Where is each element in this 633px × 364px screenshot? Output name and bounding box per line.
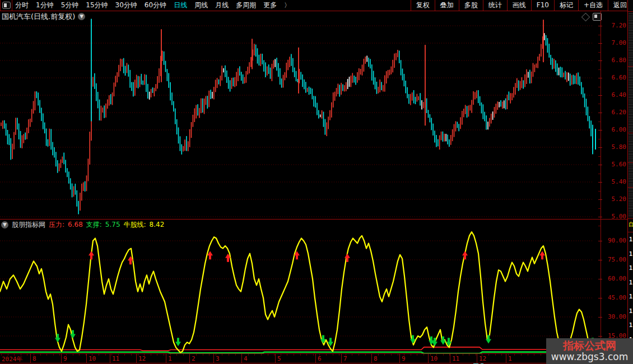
candle-bar (67, 168, 68, 177)
candle-bar (452, 129, 453, 141)
period-tab-11[interactable]: 更多 (263, 0, 277, 11)
candle-bar (2, 120, 3, 129)
candle-bar (212, 92, 213, 99)
pane-split-icon[interactable] (593, 13, 602, 21)
candle-bar (63, 153, 64, 165)
period-tab-2[interactable]: 1分钟 (36, 0, 54, 11)
candle-bar (170, 82, 171, 101)
y-minor-tick (598, 156, 601, 157)
bull-line-label: 牛股线: (124, 220, 146, 230)
panel-toggle-icon[interactable] (2, 2, 11, 9)
candle-bar (428, 110, 429, 118)
candle-bar (352, 73, 353, 83)
candle-bar (357, 72, 358, 83)
candle-bar (309, 87, 310, 95)
candle-bar (312, 88, 313, 99)
minor-tick-mark (131, 354, 132, 356)
candle-bar (36, 91, 38, 98)
candle-bar (441, 132, 442, 141)
action-button-3[interactable]: 多股 (459, 0, 483, 11)
main-candlestick-chart[interactable] (0, 16, 594, 220)
minor-tick-mark (73, 354, 73, 356)
candle-bar (323, 112, 324, 127)
candle-bar (553, 59, 555, 69)
candle-bar (168, 73, 169, 87)
candle-bar (325, 119, 326, 135)
candle-bar (563, 73, 564, 77)
minor-tick-mark (79, 354, 80, 356)
y-tick-mark (598, 147, 602, 148)
action-button-5[interactable]: 画线 (507, 0, 531, 11)
candle-bar (31, 109, 32, 123)
period-tab-5[interactable]: 30分钟 (115, 0, 137, 11)
month-label: 9 (402, 355, 406, 362)
month-label: 2024年 (2, 355, 23, 363)
candle-spike (252, 39, 253, 69)
chevron-down-icon[interactable]: ▼ (78, 13, 85, 20)
candle-bar (362, 64, 363, 75)
action-button-6[interactable]: F10 (531, 0, 554, 11)
page-title: 国机汽车(日线.前复权) (2, 12, 75, 22)
candle-bar (565, 71, 566, 80)
candle-bar (573, 74, 574, 84)
y-tick-mark (598, 165, 602, 165)
candle-bar (590, 120, 592, 136)
candle-bar (76, 190, 77, 207)
candle-bar (420, 93, 421, 105)
period-tab-7[interactable]: 日线 (174, 0, 187, 11)
minor-tick-mark (333, 354, 333, 356)
candle-bar (23, 134, 24, 143)
period-tab-10[interactable]: 多周期 (236, 0, 256, 11)
candle-bar (233, 77, 234, 86)
action-button-7[interactable]: 标记 (554, 0, 578, 11)
period-tab-3[interactable]: 5分钟 (61, 0, 79, 11)
y-tick-mark (598, 199, 602, 200)
y-tick-mark (598, 130, 602, 130)
candle-bar (231, 78, 232, 89)
period-tab-4[interactable]: 15分钟 (86, 0, 108, 11)
y-tick-mark (598, 26, 602, 26)
candle-bar (213, 87, 215, 99)
oscillator-indicator-chart[interactable] (0, 224, 594, 356)
strip-rank-number: 1 (629, 308, 632, 314)
chevron-right-icon[interactable]: 〉 (284, 1, 290, 10)
candle-bar (455, 121, 457, 131)
period-tab-6[interactable]: 60分钟 (145, 0, 166, 11)
action-button-8[interactable]: +自选 (578, 0, 608, 11)
candle-bar (524, 74, 525, 87)
x-axis-row: 2024年891011121234567891011121 (0, 353, 627, 363)
candle-bar (72, 184, 73, 198)
action-button-4[interactable]: 统计 (483, 0, 507, 11)
strip-separator (628, 133, 633, 133)
y-axis-label: 6.20 (603, 109, 626, 116)
period-tabs: 分时1分钟5分钟15分钟30分钟60分钟日线周线月线多周期更多〉 (15, 0, 290, 11)
candle-bar (262, 54, 263, 64)
candle-bar (520, 81, 521, 90)
month-separator (213, 354, 214, 363)
candle-bar (43, 113, 44, 129)
candle-bar (511, 93, 513, 100)
minor-tick-mark (528, 354, 528, 356)
month-label: 12 (479, 355, 486, 362)
period-tab-8[interactable]: 周线 (194, 0, 208, 11)
candle-bar (291, 54, 292, 66)
period-tab-9[interactable]: 月线 (215, 0, 229, 11)
candle-bar (152, 87, 153, 93)
candle-bar (250, 57, 252, 67)
diamond-icon[interactable] (581, 12, 590, 21)
period-tab-1[interactable]: 分时 (15, 0, 29, 11)
candle-bar (139, 76, 141, 87)
action-button-1[interactable]: 复权 (411, 0, 435, 11)
candle-bar (302, 74, 303, 87)
candle-bar (78, 201, 79, 214)
chevron-down-icon[interactable]: ▼ (1, 221, 8, 228)
y-minor-tick (598, 52, 601, 53)
y-axis-label: 75.00 (603, 256, 626, 263)
candle-bar (529, 70, 530, 84)
candle-bar (276, 58, 277, 71)
action-button-2[interactable]: 叠加 (435, 0, 459, 11)
minor-tick-mark (235, 354, 236, 356)
candle-bar (38, 92, 39, 105)
candle-bar (486, 115, 487, 130)
month-separator (136, 354, 137, 363)
